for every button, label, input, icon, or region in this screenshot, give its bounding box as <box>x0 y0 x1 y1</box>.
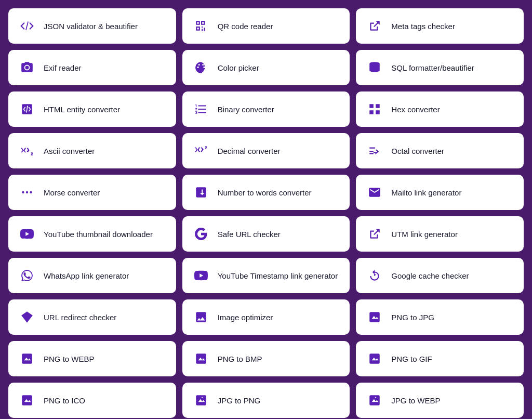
file-images-icon <box>193 392 209 409</box>
tool-card-octal-converter[interactable]: Octal converter <box>356 133 524 168</box>
tool-label-color-picker: Color picker <box>218 63 259 72</box>
whatsapp-icon <box>19 267 35 284</box>
code-icon <box>19 18 35 34</box>
tool-card-html-entity-converter[interactable]: HTML entity converter <box>8 91 176 127</box>
google-icon <box>193 226 209 242</box>
tool-card-whatsapp-link-generator[interactable]: WhatsApp link generator <box>8 258 176 293</box>
html-icon <box>19 101 35 117</box>
tool-label-safe-url-checker: Safe URL checker <box>218 230 281 239</box>
image-icon <box>193 309 209 325</box>
tool-label-png-to-webp: PNG to WEBP <box>44 355 95 363</box>
tool-card-jpg-to-webp[interactable]: JPG to WEBP <box>356 383 524 418</box>
envelope-icon <box>366 184 383 201</box>
database-icon <box>366 59 383 76</box>
tool-label-whatsapp-link-generator: WhatsApp link generator <box>44 271 129 280</box>
superscript-icon <box>193 142 209 159</box>
tool-card-png-to-bmp[interactable]: PNG to BMP <box>182 341 350 376</box>
youtube-icon <box>193 267 209 284</box>
tool-label-qr-code-reader: QR code reader <box>218 22 273 31</box>
tool-card-png-to-webp[interactable]: PNG to WEBP <box>8 341 176 376</box>
file-image-icon <box>19 392 35 409</box>
tool-label-exif-reader: Exif reader <box>44 63 82 72</box>
tool-card-binary-converter[interactable]: Binary converter <box>182 91 350 127</box>
tool-label-png-to-jpg: PNG to JPG <box>391 313 434 322</box>
tool-label-png-to-bmp: PNG to BMP <box>218 355 262 363</box>
tool-label-youtube-timestamp: YouTube Timestamp link generator <box>218 271 338 280</box>
list-numbered-icon <box>193 101 209 117</box>
diamond-icon <box>19 309 35 325</box>
tool-card-json-validator[interactable]: JSON validator & beautifier <box>8 8 176 44</box>
tool-card-mailto-link-generator[interactable]: Mailto link generator <box>356 175 524 210</box>
tool-label-png-to-ico: PNG to ICO <box>44 396 85 405</box>
clock-rotate-icon <box>366 267 383 284</box>
tool-label-json-validator: JSON validator & beautifier <box>44 22 138 31</box>
tools-grid: JSON validator & beautifierQR code reade… <box>8 8 524 418</box>
sort-down-icon <box>193 184 209 201</box>
tool-card-jpg-to-png[interactable]: JPG to PNG <box>182 383 350 418</box>
tool-card-ascii-converter[interactable]: Ascii converter <box>8 133 176 168</box>
grid-icon <box>366 101 383 117</box>
file-image-icon <box>366 350 383 367</box>
tool-label-png-to-gif: PNG to GIF <box>391 355 432 363</box>
file-image-icon <box>19 350 35 367</box>
palette-icon <box>193 59 209 76</box>
tool-card-url-redirect-checker[interactable]: URL redirect checker <box>8 299 176 335</box>
sort-icon <box>366 142 383 159</box>
tool-label-jpg-to-webp: JPG to WEBP <box>391 396 440 405</box>
qr-icon <box>193 18 209 34</box>
tool-card-exif-reader[interactable]: Exif reader <box>8 50 176 85</box>
tool-card-meta-tags-checker[interactable]: Meta tags checker <box>356 8 524 44</box>
tool-label-utm-link-generator: UTM link generator <box>391 230 458 239</box>
tool-card-png-to-jpg[interactable]: PNG to JPG <box>356 299 524 335</box>
tool-card-qr-code-reader[interactable]: QR code reader <box>182 8 350 44</box>
tool-label-html-entity-converter: HTML entity converter <box>44 105 120 114</box>
tool-card-png-to-ico[interactable]: PNG to ICO <box>8 383 176 418</box>
youtube-icon <box>19 226 35 242</box>
camera-icon <box>19 59 35 76</box>
svg-point-3 <box>26 191 28 193</box>
tool-label-youtube-thumbnail: YouTube thumbnail downloader <box>44 230 153 239</box>
tool-card-number-to-words[interactable]: Number to words converter <box>182 175 350 210</box>
tool-label-url-redirect-checker: URL redirect checker <box>44 313 116 322</box>
link-external-icon <box>366 18 383 34</box>
tool-card-utm-link-generator[interactable]: UTM link generator <box>356 216 524 252</box>
file-image-icon <box>193 350 209 367</box>
tool-label-morse-converter: Morse converter <box>44 188 100 197</box>
tool-label-jpg-to-png: JPG to PNG <box>218 396 261 405</box>
tool-card-image-optimizer[interactable]: Image optimizer <box>182 299 350 335</box>
dots-icon <box>19 184 35 201</box>
tool-label-binary-converter: Binary converter <box>218 105 274 114</box>
tool-card-png-to-gif[interactable]: PNG to GIF <box>356 341 524 376</box>
tool-label-octal-converter: Octal converter <box>391 147 444 155</box>
file-images-icon <box>366 392 383 409</box>
tool-label-decimal-converter: Decimal converter <box>218 147 281 155</box>
tool-label-hex-converter: Hex converter <box>391 105 440 114</box>
tool-label-number-to-words: Number to words converter <box>218 188 312 197</box>
tool-label-image-optimizer: Image optimizer <box>218 313 273 322</box>
tool-card-google-cache-checker[interactable]: Google cache checker <box>356 258 524 293</box>
tool-label-google-cache-checker: Google cache checker <box>391 271 469 280</box>
tool-label-sql-formatter: SQL formatter/beautifier <box>391 63 474 72</box>
tool-card-youtube-timestamp[interactable]: YouTube Timestamp link generator <box>182 258 350 293</box>
tool-card-decimal-converter[interactable]: Decimal converter <box>182 133 350 168</box>
svg-point-4 <box>30 191 32 193</box>
tool-card-sql-formatter[interactable]: SQL formatter/beautifier <box>356 50 524 85</box>
tool-label-meta-tags-checker: Meta tags checker <box>391 22 455 31</box>
tool-label-mailto-link-generator: Mailto link generator <box>391 188 461 197</box>
tool-label-ascii-converter: Ascii converter <box>44 147 95 155</box>
tool-card-hex-converter[interactable]: Hex converter <box>356 91 524 127</box>
subscript-icon <box>19 142 35 159</box>
link-external-icon <box>366 226 383 242</box>
tool-card-safe-url-checker[interactable]: Safe URL checker <box>182 216 350 252</box>
svg-point-2 <box>22 191 24 193</box>
tool-card-morse-converter[interactable]: Morse converter <box>8 175 176 210</box>
tool-card-color-picker[interactable]: Color picker <box>182 50 350 85</box>
tool-card-youtube-thumbnail[interactable]: YouTube thumbnail downloader <box>8 216 176 252</box>
file-image-icon <box>366 309 383 325</box>
